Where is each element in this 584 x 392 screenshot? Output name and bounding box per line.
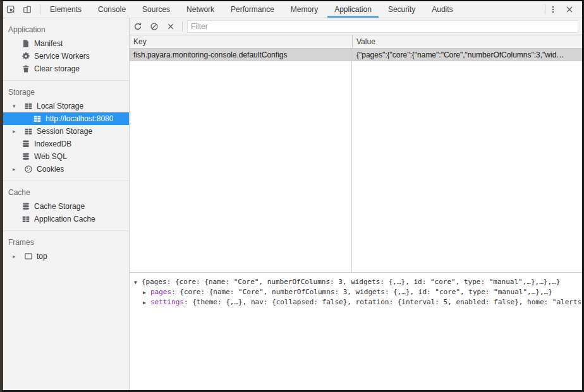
sidebar-item-label: Application Cache: [34, 215, 95, 223]
filter-input[interactable]: [187, 20, 578, 33]
sidebar-item-label: IndexedDB: [34, 140, 71, 148]
inspect-button[interactable]: [4, 2, 21, 17]
clear-icon: [166, 22, 175, 31]
sidebar-item-label: Session Storage: [37, 127, 92, 136]
sidebar-item-label: Cache Storage: [34, 202, 85, 211]
storage-grid-icon: [33, 114, 42, 123]
tab-network[interactable]: Network: [178, 1, 222, 18]
toolbar-right-icons: [544, 1, 582, 18]
close-button[interactable]: [563, 2, 580, 17]
sidebar-item-cookies[interactable]: ▸Cookies: [3, 163, 129, 175]
disclosure-closed-icon[interactable]: ▶: [143, 298, 146, 308]
column-resize-divider[interactable]: [351, 49, 352, 272]
sidebar-item-session-storage[interactable]: ▸Session Storage: [3, 125, 129, 138]
disclosure-open-icon[interactable]: ▼: [134, 278, 137, 288]
datagrid-body: fish.payara.monitoring-console.defaultCo…: [130, 49, 582, 272]
storage-toolbar-buttons: [131, 20, 181, 33]
sidebar-section-storage: Storage▾Local Storagehttp://localhost:80…: [3, 81, 129, 181]
sidebar-item-label: Service Workers: [34, 52, 90, 61]
tab-strip: ElementsConsoleSourcesNetworkPerformance…: [42, 1, 461, 18]
json-preview-line[interactable]: ▼{pages: {core: {name: "Core", numberOfC…: [132, 277, 580, 287]
storage-grid-icon: [21, 215, 30, 223]
toolbar-left-icons: [3, 1, 39, 18]
devtools-tabbar: ElementsConsoleSourcesNetworkPerformance…: [3, 1, 582, 18]
trash-icon: [21, 64, 30, 73]
disclosure-closed-icon[interactable]: ▶: [143, 288, 146, 298]
storage-panel: Key Value fish.payara.monitoring-console…: [130, 18, 582, 390]
sidebar-item-label: Clear storage: [34, 64, 80, 73]
tab-application[interactable]: Application: [326, 1, 380, 18]
sidebar-item-service-workers[interactable]: Service Workers: [3, 50, 129, 62]
json-preview-text: {pages: {core: {name: "Core", numberOfCo…: [142, 278, 560, 286]
chevron-right-icon[interactable]: ▸: [13, 167, 16, 172]
tab-performance[interactable]: Performance: [222, 1, 283, 18]
sidebar-section-frames: Frames▸top: [3, 231, 129, 268]
block-icon: [150, 22, 159, 31]
refresh-icon: [133, 22, 142, 31]
section-header-frames: Frames: [3, 234, 129, 250]
sidebar-item-local-storage[interactable]: ▾Local Storage: [3, 100, 129, 112]
json-preview-text: : {theme: {,…}, nav: {collapsed: false},…: [184, 298, 582, 306]
chevron-right-icon[interactable]: ▸: [13, 129, 16, 134]
clear-button[interactable]: [164, 20, 181, 33]
sidebar-item-application-cache[interactable]: Application Cache: [3, 213, 129, 225]
storage-table-row[interactable]: fish.payara.monitoring-console.defaultCo…: [130, 49, 582, 61]
database-icon: [21, 140, 30, 148]
storage-grid-icon: [24, 127, 33, 136]
sidebar-item-clear-storage[interactable]: Clear storage: [3, 62, 129, 75]
tab-memory[interactable]: Memory: [283, 1, 326, 18]
storage-value-cell[interactable]: {"pages":{"core":{"name":"Core","numberO…: [352, 49, 582, 61]
tab-audits[interactable]: Audits: [423, 1, 461, 18]
sidebar-item-label: http://localhost:8080: [46, 114, 113, 123]
refresh-button[interactable]: [131, 20, 148, 33]
sidebar-item-http-localhost-8080[interactable]: http://localhost:8080: [3, 112, 129, 125]
sidebar-section-application: ApplicationManifestService WorkersClear …: [3, 18, 129, 81]
json-property-name: settings: [150, 298, 184, 306]
sidebar-item-cache-storage[interactable]: Cache Storage: [3, 200, 129, 213]
json-preview-text: : {core: {name: "Core", numberOfColumns:…: [171, 288, 552, 296]
tab-sources[interactable]: Sources: [134, 1, 178, 18]
storage-key-cell[interactable]: fish.payara.monitoring-console.defaultCo…: [130, 49, 352, 61]
json-preview-line[interactable]: ▶settings: {theme: {,…}, nav: {collapsed…: [132, 297, 580, 307]
sidebar-item-label: Local Storage: [37, 102, 83, 110]
column-header-value: Value: [352, 35, 582, 48]
datagrid-header: Key Value: [130, 35, 582, 49]
database-icon: [21, 202, 30, 211]
chevron-down-icon[interactable]: ▾: [13, 104, 16, 109]
section-header-storage: Storage: [3, 84, 129, 100]
sidebar-item-web-sql[interactable]: Web SQL: [3, 150, 129, 163]
sidebar-item-label: top: [37, 252, 47, 261]
block-button[interactable]: [148, 20, 164, 33]
kebab-menu-button[interactable]: [547, 2, 563, 17]
kebab-menu-icon: [549, 5, 557, 14]
toolbar-separator: [182, 21, 183, 32]
manifest-document-icon: [21, 39, 30, 48]
sidebar-item-indexeddb[interactable]: IndexedDB: [3, 138, 129, 150]
storage-grid-icon: [24, 102, 33, 110]
toolbar-separator: [40, 4, 40, 15]
section-header-application: Application: [3, 21, 129, 37]
storage-toolbar: [130, 18, 582, 35]
chevron-right-icon[interactable]: ▸: [13, 254, 16, 259]
devtools-body: ApplicationManifestService WorkersClear …: [3, 18, 582, 390]
inspect-icon: [6, 5, 15, 14]
device-toolbar-icon: [23, 5, 32, 14]
value-preview-pane: ▼{pages: {core: {name: "Core", numberOfC…: [130, 272, 582, 390]
sidebar-item-label: Web SQL: [34, 152, 67, 161]
application-sidebar: ApplicationManifestService WorkersClear …: [3, 18, 130, 390]
device-toolbar-button[interactable]: [21, 2, 37, 17]
json-property-name: pages: [150, 288, 171, 296]
section-header-cache: Cache: [3, 184, 129, 200]
sidebar-section-cache: CacheCache StorageApplication Cache: [3, 181, 129, 231]
tab-security[interactable]: Security: [380, 1, 423, 18]
toolbar-separator: [545, 4, 545, 15]
gear-icon: [21, 52, 30, 61]
json-preview-line[interactable]: ▶pages: {core: {name: "Core", numberOfCo…: [132, 287, 580, 297]
sidebar-item-top[interactable]: ▸top: [3, 250, 129, 263]
cookie-icon: [24, 165, 33, 174]
column-header-key: Key: [130, 35, 352, 48]
close-icon: [565, 5, 574, 14]
tab-elements[interactable]: Elements: [42, 1, 90, 18]
sidebar-item-manifest[interactable]: Manifest: [3, 37, 129, 50]
tab-console[interactable]: Console: [90, 1, 134, 18]
